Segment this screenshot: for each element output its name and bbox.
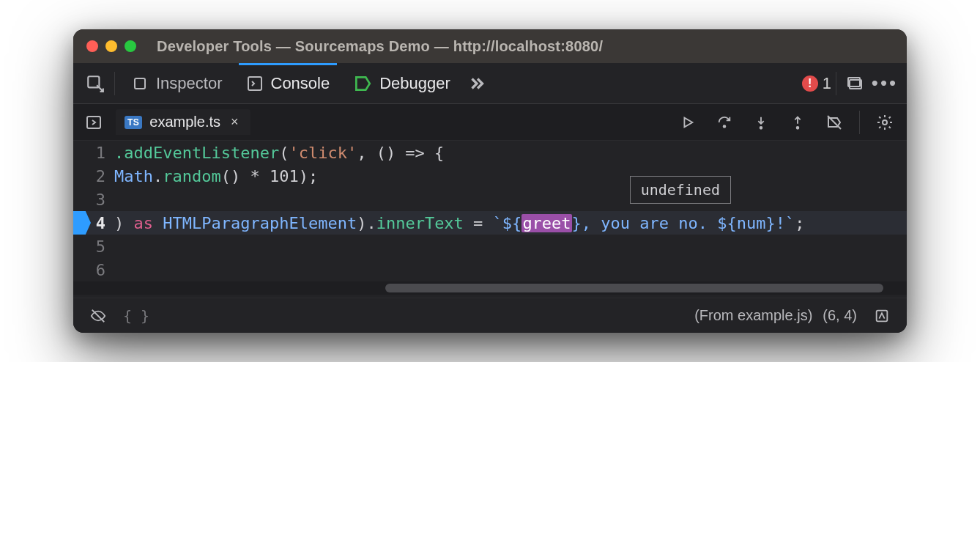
close-window-button[interactable] <box>86 40 98 52</box>
blackbox-icon[interactable] <box>83 308 113 324</box>
file-name: example.ts <box>149 114 220 130</box>
svg-rect-5 <box>87 117 100 128</box>
scrollbar-thumb[interactable] <box>385 284 883 292</box>
separator <box>836 72 836 95</box>
settings-gear-icon[interactable] <box>869 108 901 136</box>
code-line: 5 <box>73 235 907 258</box>
tab-debugger[interactable]: Debugger <box>341 63 462 103</box>
kebab-menu-icon[interactable]: ••• <box>870 72 899 95</box>
separator <box>114 72 115 95</box>
svg-point-9 <box>883 120 887 125</box>
svg-point-6 <box>724 125 726 128</box>
error-count: 1 <box>823 74 831 93</box>
resume-icon[interactable] <box>672 108 704 136</box>
hover-target[interactable]: greet <box>521 214 571 232</box>
tab-console-label: Console <box>271 74 330 93</box>
error-icon: ! <box>802 75 818 92</box>
line-number: 1 <box>73 144 114 162</box>
tab-console[interactable]: Console <box>234 63 342 103</box>
debugger-toolbar: TS example.ts × <box>73 104 907 141</box>
line-number: 2 <box>73 167 114 185</box>
devtools-window: Developer Tools — Sourcemaps Demo — http… <box>73 29 907 333</box>
horizontal-scrollbar[interactable] <box>73 281 907 295</box>
step-over-icon[interactable] <box>708 108 740 136</box>
zoom-window-button[interactable] <box>125 40 136 52</box>
sources-panel-icon[interactable] <box>79 114 108 131</box>
debug-controls <box>672 108 901 136</box>
code-editor[interactable]: 1 .addEventListener('click', () => { 2 M… <box>73 141 907 298</box>
window-title: Developer Tools — Sourcemaps Demo — http… <box>157 38 603 55</box>
minimize-window-button[interactable] <box>105 40 117 52</box>
traffic-lights <box>86 40 136 52</box>
line-number: 3 <box>73 191 114 209</box>
pretty-print-icon[interactable]: { } <box>123 307 149 325</box>
titlebar: Developer Tools — Sourcemaps Demo — http… <box>73 29 907 63</box>
source-map-icon[interactable] <box>867 308 897 324</box>
close-tab-icon[interactable]: × <box>228 114 242 130</box>
source-map-from: (From example.js) <box>694 307 812 324</box>
svg-point-8 <box>797 126 799 128</box>
tab-inspector-label: Inspector <box>156 74 223 93</box>
step-in-icon[interactable] <box>745 108 777 136</box>
code-line: 6 <box>73 258 907 281</box>
tool-tabs: Inspector Console Debugger ! 1 ••• <box>73 63 907 104</box>
file-tab[interactable]: TS example.ts × <box>116 109 250 135</box>
code-line: 3 <box>73 188 907 211</box>
cursor-position: (6, 4) <box>823 307 857 324</box>
svg-rect-1 <box>135 78 145 89</box>
value-tooltip: undefined <box>630 176 731 204</box>
separator <box>859 111 860 134</box>
tab-debugger-label: Debugger <box>379 74 450 93</box>
step-out-icon[interactable] <box>782 108 814 136</box>
deactivate-breakpoints-icon[interactable] <box>818 108 850 136</box>
code-line: 1 .addEventListener('click', () => { <box>73 141 907 164</box>
pick-element-icon[interactable] <box>81 74 110 93</box>
line-number: 6 <box>73 261 114 279</box>
dock-icon[interactable] <box>841 75 870 92</box>
svg-point-7 <box>760 126 762 128</box>
more-tabs-icon[interactable] <box>462 74 491 93</box>
line-number: 5 <box>73 237 114 256</box>
tab-inspector[interactable]: Inspector <box>119 63 234 103</box>
error-indicator[interactable]: ! 1 <box>802 74 831 93</box>
code-line: 2 Math.random() * 101); <box>73 164 907 188</box>
line-number: 4 <box>73 214 114 232</box>
ts-badge-icon: TS <box>125 116 142 129</box>
statusbar: { } (From example.js) (6, 4) <box>73 298 907 333</box>
code-line-current: 4 ) as HTMLParagraphElement).innerText =… <box>73 211 907 235</box>
